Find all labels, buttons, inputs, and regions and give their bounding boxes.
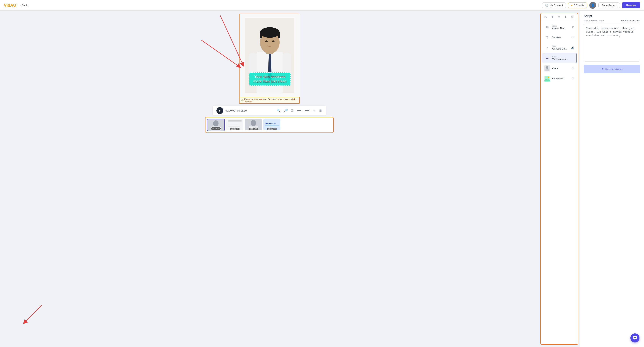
svg-point-41 — [548, 76, 549, 78]
my-content-label: My Content — [550, 4, 563, 7]
timeline-clip-1[interactable]: 00:05.96 — [207, 119, 225, 131]
svg-rect-6 — [260, 32, 262, 38]
script-limits: Total text limit: 1200 Residual input: 9… — [584, 19, 640, 22]
layers-tool-icon[interactable]: ≡ — [558, 15, 560, 19]
svg-rect-34 — [546, 58, 548, 58]
svg-rect-30 — [546, 26, 546, 28]
center-area: Your skin deserves more than just clean … — [0, 10, 539, 347]
layer-bgm[interactable]: ♪ BGM A Casual Get... 🔊 — [542, 43, 577, 52]
layer-background[interactable]: Background — [542, 74, 577, 83]
background-visibility-icon[interactable] — [572, 77, 574, 80]
heart-icon: ♥ — [571, 4, 572, 7]
bgm-layer-icon: ♪ — [544, 45, 550, 51]
video-preview-container: Your skin deserves more than just clean … — [239, 13, 300, 104]
script-textarea[interactable]: Your skin deserves more than just clean.… — [584, 24, 640, 62]
svg-point-8 — [265, 40, 268, 42]
zoom-out-icon[interactable]: 🔍 — [276, 108, 280, 113]
avatar-visibility-icon[interactable]: 👁 — [572, 67, 574, 70]
bgm-name: A Casual Get... — [552, 47, 569, 50]
align-tool-icon[interactable]: ⬆ — [551, 15, 554, 19]
script-name: Your skin des... — [552, 58, 574, 60]
script-layer-info: Script Your skin des... — [552, 56, 574, 60]
add-clip-icon[interactable]: ＋ — [312, 108, 316, 113]
layer-script[interactable]: Script Your skin des... — [542, 53, 577, 63]
delete-clip-icon[interactable]: 🗑 — [319, 109, 322, 113]
back-label: Back — [22, 4, 28, 7]
back-arrow-icon: ‹ — [20, 4, 21, 7]
chat-bubble[interactable] — [630, 334, 640, 343]
render-audio-button[interactable]: ✦ Render Audio — [584, 65, 640, 73]
header-actions: 🕐 My Content ♥ 5 Credits 👤 Save Project … — [542, 2, 640, 9]
timeline-clip-4[interactable]: BC BENGOO 00:02.00 — [263, 119, 280, 131]
credits-button[interactable]: ♥ 5 Credits — [568, 2, 587, 8]
delete-layer-icon[interactable]: 🗑 — [571, 15, 574, 19]
svg-rect-28 — [265, 125, 279, 126]
bgm-volume-icon[interactable]: 🔊 — [571, 46, 574, 49]
layers-toolbar: ⧉ ⬆ ≡ + 🗑 — [541, 13, 578, 21]
subtitle-text: Your skin deserves more than just clean — [252, 75, 287, 83]
svg-rect-33 — [546, 57, 549, 57]
playback-icon-group: 🔍 🔎 ⊡ ⟵ ⟶ ＋ 🗑 — [276, 108, 322, 113]
layer-subtitles[interactable]: T Subtitles 👁 — [542, 32, 577, 42]
copy-tool-icon[interactable]: ⧉ — [544, 15, 546, 19]
back-button[interactable]: ‹ Back — [20, 4, 28, 7]
play-icon: ▶ — [219, 109, 221, 112]
warning-bar: ⓘ It's not the final video yet, To get a… — [240, 97, 299, 103]
gender-icon[interactable]: ⚥ — [572, 26, 574, 29]
add-layer-icon[interactable]: + — [564, 15, 566, 19]
warning-icon: ⓘ — [242, 99, 244, 102]
my-content-button[interactable]: 🕐 My Content — [542, 2, 566, 8]
clip-duration-2: 00:02.70 — [230, 128, 240, 130]
time-display: 00:00.00 / 00:15.10 — [226, 109, 274, 112]
arrow-annotation-2 — [186, 38, 243, 76]
save-project-button[interactable]: Save Project — [598, 2, 620, 8]
svg-point-15 — [213, 120, 218, 126]
arrow-annotation-3 — [15, 304, 49, 326]
svg-point-23 — [251, 120, 256, 126]
svg-rect-7 — [278, 32, 280, 38]
svg-rect-18 — [228, 120, 242, 121]
zoom-in-icon[interactable]: 🔎 — [284, 108, 288, 113]
voice-layer-icon — [544, 24, 550, 30]
header: VidAU ‹ Back 🕐 My Content ♥ 5 Credits 👤 … — [0, 0, 644, 10]
svg-rect-31 — [547, 26, 548, 28]
play-button[interactable]: ▶ — [216, 107, 223, 114]
svg-text:BENGOO: BENGOO — [267, 122, 276, 125]
clip-duration-3: 00:04.44 — [248, 128, 258, 130]
bgm-type-label: BGM — [552, 45, 569, 47]
video-preview: Your skin deserves more than just clean — [240, 14, 300, 97]
user-avatar[interactable]: 👤 — [589, 2, 596, 9]
subtitles-visibility-icon[interactable]: 👁 — [572, 36, 574, 39]
script-panel-title: Script — [584, 14, 640, 18]
clip-duration-4: 00:02.00 — [267, 128, 277, 130]
layers-list: Voice Aiden - The... ⚥ T Subtitles 👁 ♪ — [541, 21, 578, 344]
svg-rect-35 — [546, 58, 548, 59]
timeline: 00:05.96 00:02.70 — [205, 117, 334, 133]
clip-duration-1: 00:05.96 — [211, 127, 221, 130]
svg-rect-10 — [248, 53, 257, 75]
script-type-label: Script — [552, 56, 574, 58]
svg-rect-21 — [228, 126, 240, 127]
split-right-icon[interactable]: ⟶ — [304, 108, 310, 113]
render-audio-label: Render Audio — [606, 67, 622, 71]
playback-controls: ▶ 00:00.00 / 00:15.10 🔍 🔎 ⊡ ⟵ ⟶ ＋ 🗑 — [213, 106, 326, 115]
voice-layer-info: Voice Aiden - The... — [552, 25, 570, 30]
fit-icon[interactable]: ⊡ — [291, 108, 294, 113]
layer-voice[interactable]: Voice Aiden - The... ⚥ — [542, 22, 577, 32]
timeline-clip-2[interactable]: 00:02.70 — [226, 119, 243, 131]
logo: VidAU — [4, 3, 16, 8]
avatar-layer-info: Avatar — [552, 67, 570, 70]
split-left-icon[interactable]: ⟵ — [297, 108, 302, 113]
subtitle-overlay[interactable]: Your skin deserves more than just clean — [249, 72, 290, 86]
svg-point-9 — [272, 40, 274, 42]
svg-rect-19 — [228, 123, 239, 123]
layer-avatar[interactable]: Avatar 👁 — [542, 63, 577, 73]
render-button[interactable]: Render — [622, 2, 640, 8]
chat-icon — [633, 336, 637, 340]
svg-rect-32 — [548, 26, 548, 28]
subtitles-layer-info: Subtitles — [552, 36, 570, 39]
script-layer-icon — [544, 55, 550, 61]
script-panel: Script Total text limit: 1200 Residual i… — [580, 10, 644, 347]
timeline-clip-3[interactable]: 00:04.44 — [245, 119, 262, 131]
svg-point-37 — [546, 66, 548, 69]
